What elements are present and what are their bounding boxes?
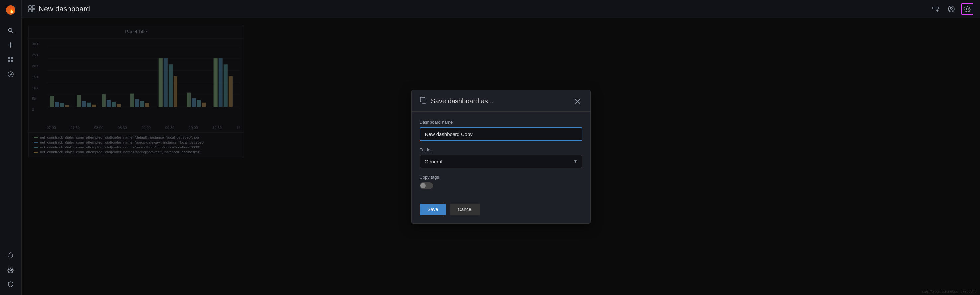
main-area: New dashboard	[22, 0, 980, 295]
topbar-title-area: New dashboard	[28, 5, 90, 13]
dashboard-name-group: Dashboard name	[420, 120, 582, 141]
modal-close-button[interactable]	[573, 97, 582, 106]
folder-group: Folder General ▼	[420, 148, 582, 168]
sidebar-item-configuration[interactable]	[5, 264, 17, 276]
svg-rect-15	[29, 9, 31, 12]
share-button[interactable]	[945, 3, 958, 15]
copy-tags-label: Copy tags	[420, 174, 582, 180]
copy-tags-toggle-row	[420, 182, 582, 189]
copy-tags-toggle[interactable]	[420, 182, 433, 189]
sidebar: 🔥	[0, 0, 22, 295]
svg-point-22	[950, 7, 953, 9]
svg-rect-7	[11, 57, 13, 59]
svg-rect-6	[8, 57, 10, 59]
svg-rect-8	[8, 60, 10, 62]
settings-icon	[964, 6, 971, 12]
svg-rect-16	[32, 9, 35, 12]
dashboard-name-input[interactable]	[420, 127, 582, 141]
save-button[interactable]: Save	[420, 203, 446, 216]
dashboard-content: Panel Title 0 50 100 150 200 250 300	[22, 18, 980, 295]
folder-select[interactable]: General	[420, 155, 582, 168]
copy-icon	[420, 97, 427, 106]
toggle-knob	[420, 183, 426, 188]
svg-rect-18	[936, 7, 939, 9]
folder-select-wrapper: General ▼	[420, 155, 582, 168]
topbar-actions	[929, 3, 974, 15]
modal-header: Save dashboard as...	[412, 90, 590, 112]
svg-marker-11	[10, 73, 13, 76]
page-title: New dashboard	[39, 5, 90, 13]
modal-title: Save dashboard as...	[431, 97, 569, 105]
svg-rect-14	[32, 6, 35, 8]
share-icon	[948, 6, 955, 12]
dashboard-settings-button[interactable]	[961, 3, 974, 15]
svg-point-12	[10, 269, 12, 271]
modal-body: Dashboard name Folder General ▼ C	[412, 112, 590, 203]
copy-tags-group: Copy tags	[420, 174, 582, 189]
modal-overlay: Save dashboard as... Dashboard name	[22, 18, 980, 295]
svg-rect-17	[932, 7, 935, 9]
svg-line-3	[12, 32, 14, 33]
sidebar-item-explore[interactable]	[5, 68, 17, 80]
svg-rect-13	[29, 6, 31, 8]
close-icon	[575, 99, 580, 104]
modal-footer: Save Cancel	[412, 203, 590, 224]
svg-rect-58	[422, 99, 426, 103]
dashboard-name-label: Dashboard name	[420, 120, 582, 125]
dashboard-grid-icon	[28, 5, 35, 13]
cancel-button[interactable]: Cancel	[450, 203, 480, 216]
sidebar-item-shield[interactable]	[5, 278, 17, 290]
sidebar-item-search[interactable]	[5, 25, 17, 36]
sidebar-item-alerting[interactable]	[5, 249, 17, 261]
save-dashboard-modal: Save dashboard as... Dashboard name	[411, 90, 590, 224]
app-logo[interactable]: 🔥	[4, 3, 17, 17]
svg-rect-9	[11, 60, 13, 62]
topbar: New dashboard	[22, 0, 980, 18]
sidebar-bottom	[5, 248, 17, 292]
sidebar-item-dashboards[interactable]	[5, 54, 17, 66]
svg-point-23	[966, 8, 968, 10]
sidebar-item-add[interactable]	[5, 39, 17, 51]
svg-text:🔥: 🔥	[8, 7, 15, 13]
add-panel-icon	[932, 5, 939, 13]
folder-label: Folder	[420, 148, 582, 152]
add-panel-button[interactable]	[929, 3, 942, 15]
